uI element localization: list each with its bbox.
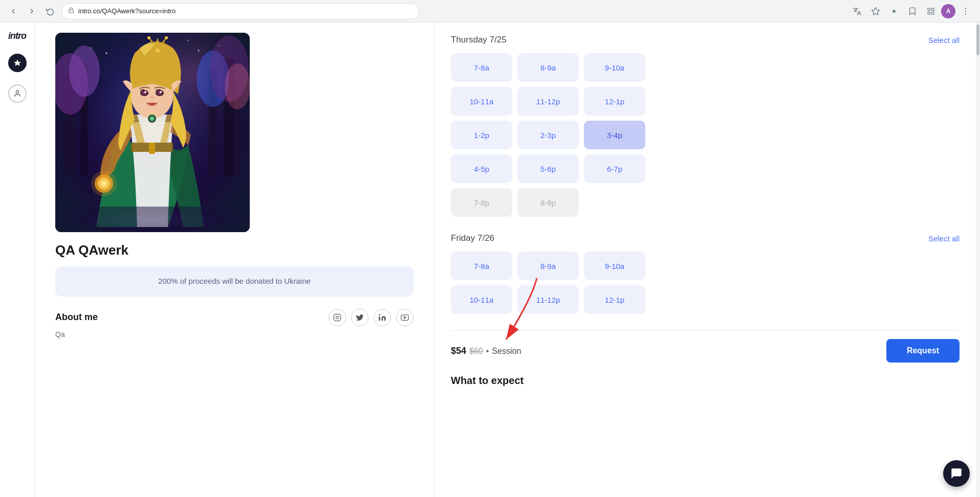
browser-toolbar: A: [849, 3, 974, 19]
svg-point-45: [160, 91, 162, 93]
forward-button[interactable]: [25, 4, 39, 18]
logo[interactable]: intro: [8, 31, 26, 41]
profile-image: [55, 33, 250, 232]
bookmark-star-button[interactable]: [867, 3, 884, 19]
browser-chrome: intro.co/QAQAwerk?source=intro A: [0, 0, 980, 22]
time-slot-thu-2-3p[interactable]: 2-3p: [517, 121, 579, 149]
svg-point-27: [198, 50, 200, 52]
profile-name: QA QAwerk: [55, 242, 413, 258]
time-slot-fri-8-9a[interactable]: 8-9a: [517, 252, 579, 280]
svg-point-7: [965, 8, 966, 9]
twitter-icon[interactable]: [351, 309, 368, 326]
instagram-icon[interactable]: [329, 309, 346, 326]
about-title: About me: [55, 312, 98, 323]
time-slot-thu-8-9a[interactable]: 8-9a: [517, 53, 579, 82]
svg-rect-6: [932, 12, 934, 14]
svg-point-2: [893, 10, 896, 12]
scheduling-panel: Thursday 7/25 Select all 7-8a 8-9a 9-10a…: [434, 22, 976, 497]
more-options-button[interactable]: [957, 3, 974, 19]
read-later-button[interactable]: [904, 3, 921, 19]
time-slot-thu-6-7p[interactable]: 6-7p: [584, 154, 645, 183]
time-slot-thu-1-2p[interactable]: 1-2p: [451, 121, 512, 149]
donation-text: 200% of proceeds will be donated to Ukra…: [68, 276, 401, 287]
profile-avatar[interactable]: A: [941, 4, 955, 18]
svg-point-56: [379, 314, 380, 315]
scroll-thumb[interactable]: [976, 25, 979, 55]
time-slot-fri-10-11a[interactable]: 10-11a: [451, 285, 512, 314]
svg-marker-1: [872, 7, 880, 14]
time-slot-fri-11-12p[interactable]: 11-12p: [517, 285, 579, 314]
svg-point-44: [144, 91, 146, 93]
friday-header: Friday 7/26 Select all: [451, 233, 960, 243]
friday-time-grid: 7-8a 8-9a 9-10a 10-11a 11-12p 12-1p: [451, 252, 960, 314]
session-label: Session: [492, 347, 521, 356]
scrollbar[interactable]: [976, 22, 980, 497]
request-button[interactable]: Request: [886, 339, 960, 363]
back-button[interactable]: [6, 4, 20, 18]
thursday-header: Thursday 7/25 Select all: [451, 35, 960, 45]
svg-point-48: [147, 36, 150, 39]
svg-point-24: [225, 63, 250, 109]
thursday-title: Thursday 7/25: [451, 35, 507, 45]
svg-point-29: [219, 45, 220, 46]
svg-point-31: [188, 40, 189, 41]
extensions-button[interactable]: [923, 3, 939, 19]
price-display: $54 $60 • Session: [451, 346, 521, 356]
url-text: intro.co/QAQAwerk?source=intro: [78, 7, 176, 15]
time-slot-thu-7-8a[interactable]: 7-8a: [451, 53, 512, 82]
time-slot-thu-5-6p[interactable]: 5-6p: [517, 154, 579, 183]
time-slot-thu-11-12p[interactable]: 11-12p: [517, 87, 579, 116]
cast-button[interactable]: [886, 3, 902, 19]
logo-text: intro: [8, 31, 26, 41]
current-price: $54: [451, 346, 466, 356]
time-slot-thu-12-1p[interactable]: 12-1p: [584, 87, 645, 116]
time-slot-thu-9-10a[interactable]: 9-10a: [584, 53, 645, 82]
svg-rect-55: [379, 317, 380, 321]
bottom-pricing-bar: $54 $60 • Session Request: [451, 330, 960, 371]
thursday-time-grid: 7-8a 8-9a 9-10a 10-11a 11-12p 12-1p 1-2p…: [451, 53, 960, 217]
select-all-thursday[interactable]: Select all: [928, 36, 960, 44]
chat-bubble-button[interactable]: [943, 460, 970, 487]
svg-rect-52: [55, 207, 250, 232]
svg-marker-57: [404, 316, 406, 318]
svg-rect-3: [928, 8, 930, 11]
svg-point-25: [106, 53, 107, 54]
site-info-icon: [68, 7, 74, 15]
svg-rect-53: [334, 314, 340, 321]
svg-point-47: [156, 49, 160, 53]
svg-rect-0: [69, 10, 74, 13]
svg-rect-5: [928, 12, 930, 14]
linkedin-icon[interactable]: [374, 309, 391, 326]
what-to-expect-title: What to expect: [451, 375, 960, 387]
time-slot-fri-9-10a[interactable]: 9-10a: [584, 252, 645, 280]
translate-button[interactable]: [849, 3, 865, 19]
profile-nav-icon[interactable]: [8, 84, 27, 103]
what-to-expect-section: What to expect: [451, 375, 960, 387]
svg-rect-4: [932, 8, 934, 11]
time-slot-thu-8-9p: 8-9p: [517, 188, 579, 217]
about-section: About me: [55, 309, 413, 338]
thursday-section: Thursday 7/25 Select all 7-8a 8-9a 9-10a…: [451, 35, 960, 217]
time-slot-thu-10-11a[interactable]: 10-11a: [451, 87, 512, 116]
select-all-friday[interactable]: Select all: [928, 234, 960, 243]
youtube-icon[interactable]: [396, 309, 413, 326]
svg-point-11: [16, 91, 18, 93]
svg-point-8: [965, 10, 966, 11]
svg-point-21: [69, 46, 100, 97]
time-slot-thu-4-5p[interactable]: 4-5p: [451, 154, 512, 183]
time-slot-thu-3-4p[interactable]: 3-4p: [584, 121, 645, 149]
svg-marker-10: [14, 59, 20, 66]
time-slot-thu-7-8p: 7-8p: [451, 188, 512, 217]
original-price: $60: [469, 347, 483, 356]
price-separator: •: [486, 347, 489, 356]
time-slot-fri-7-8a[interactable]: 7-8a: [451, 252, 512, 280]
svg-point-49: [165, 36, 168, 39]
address-bar[interactable]: intro.co/QAQAwerk?source=intro: [61, 3, 420, 19]
user-nav-icon[interactable]: [8, 54, 27, 72]
social-icons: [329, 309, 413, 326]
reload-button[interactable]: [43, 4, 57, 18]
time-slot-fri-12-1p[interactable]: 12-1p: [584, 285, 645, 314]
friday-title: Friday 7/26: [451, 233, 494, 243]
svg-point-37: [91, 171, 117, 196]
svg-point-30: [91, 48, 92, 49]
